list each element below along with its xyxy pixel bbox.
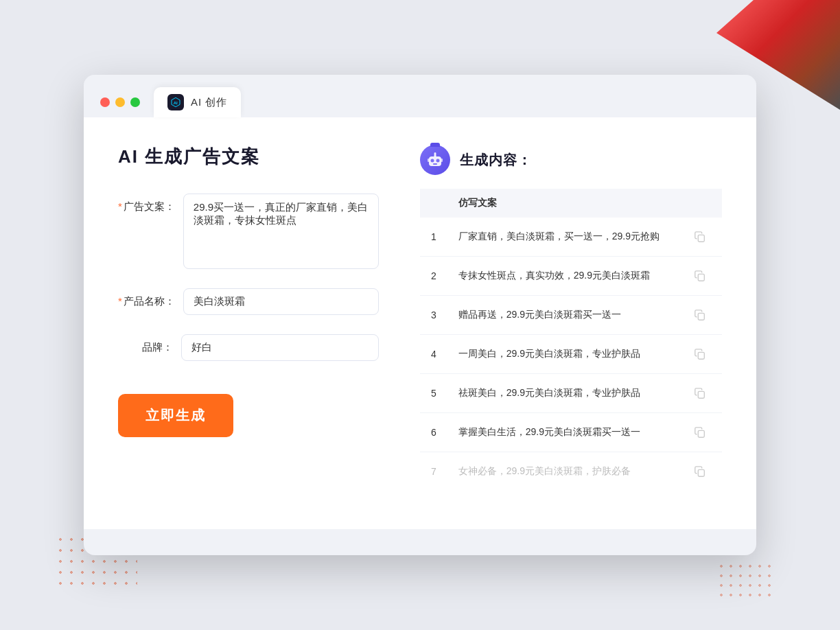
- brand-input[interactable]: [181, 334, 379, 361]
- title-bar: AI AI 创作: [84, 75, 756, 117]
- svg-rect-5: [433, 163, 437, 165]
- tab-title: AI 创作: [191, 96, 227, 109]
- svg-point-7: [434, 152, 436, 154]
- decorative-dots-right: [716, 561, 771, 603]
- copy-cell: [679, 452, 722, 491]
- maximize-button[interactable]: [130, 97, 140, 107]
- ad-copy-label-text: 广告文案：: [124, 200, 175, 212]
- browser-window: AI AI 创作 AI 生成广告文案 *广告文案： *产品名称：: [84, 75, 756, 555]
- col-num-header: [420, 189, 447, 218]
- copy-button[interactable]: [690, 345, 710, 364]
- svg-rect-9: [441, 159, 443, 162]
- row-number: 1: [420, 218, 447, 257]
- robot-icon: [420, 145, 450, 175]
- svg-rect-15: [698, 430, 704, 437]
- svg-rect-16: [698, 469, 704, 476]
- table-row: 7 女神必备，29.9元美白淡斑霜，护肤必备: [420, 452, 722, 491]
- product-name-group: *产品名称：: [118, 288, 379, 315]
- tab-icon: AI: [167, 94, 184, 110]
- copy-cell: [679, 374, 722, 413]
- table-row: 3 赠品再送，29.9元美白淡斑霜买一送一: [420, 296, 722, 335]
- row-number: 6: [420, 413, 447, 452]
- content-area: AI 生成广告文案 *广告文案： *产品名称： 品牌： 立: [84, 117, 756, 529]
- svg-point-4: [436, 159, 440, 163]
- svg-rect-10: [698, 235, 704, 242]
- brand-label: 品牌：: [118, 334, 173, 354]
- window-controls: [100, 97, 140, 107]
- row-text: 一周美白，29.9元美白淡斑霜，专业护肤品: [447, 335, 679, 374]
- copy-button[interactable]: [690, 384, 710, 403]
- svg-text:AI: AI: [174, 101, 178, 105]
- page-title: AI 生成广告文案: [118, 145, 379, 169]
- copy-cell: [679, 296, 722, 335]
- copy-cell: [679, 335, 722, 374]
- copy-cell: [679, 413, 722, 452]
- copy-button[interactable]: [690, 462, 710, 481]
- copy-button[interactable]: [690, 227, 710, 246]
- copy-button[interactable]: [690, 266, 710, 285]
- svg-point-3: [431, 159, 434, 163]
- result-table: 仿写文案 1 厂家直销，美白淡斑霜，买一送一，29.9元抢购 2 专抹女性斑点，…: [420, 189, 722, 491]
- row-text: 掌握美白生活，29.9元美白淡斑霜买一送一: [447, 413, 679, 452]
- table-header-row: 仿写文案: [420, 189, 722, 218]
- svg-rect-11: [698, 274, 704, 281]
- ad-copy-input[interactable]: [183, 194, 379, 269]
- svg-rect-14: [698, 391, 704, 398]
- copy-cell: [679, 257, 722, 296]
- product-name-label: *产品名称：: [118, 288, 175, 308]
- row-number: 4: [420, 335, 447, 374]
- row-number: 3: [420, 296, 447, 335]
- table-row: 6 掌握美白生活，29.9元美白淡斑霜买一送一: [420, 413, 722, 452]
- col-copy-header: [679, 189, 722, 218]
- brand-group: 品牌：: [118, 334, 379, 361]
- result-header: 生成内容：: [420, 145, 722, 175]
- close-button[interactable]: [100, 97, 110, 107]
- minimize-button[interactable]: [115, 97, 125, 107]
- copy-button[interactable]: [690, 305, 710, 325]
- svg-rect-8: [428, 159, 430, 162]
- row-number: 7: [420, 452, 447, 491]
- generate-button[interactable]: 立即生成: [118, 394, 233, 437]
- left-panel: AI 生成广告文案 *广告文案： *产品名称： 品牌： 立: [118, 145, 379, 495]
- table-row: 2 专抹女性斑点，真实功效，29.9元美白淡斑霜: [420, 257, 722, 296]
- row-number: 2: [420, 257, 447, 296]
- row-text: 厂家直销，美白淡斑霜，买一送一，29.9元抢购: [447, 218, 679, 257]
- result-title: 生成内容：: [460, 151, 532, 170]
- ad-copy-group: *广告文案：: [118, 194, 379, 269]
- table-row: 5 祛斑美白，29.9元美白淡斑霜，专业护肤品: [420, 374, 722, 413]
- product-name-input[interactable]: [183, 288, 379, 315]
- table-row: 4 一周美白，29.9元美白淡斑霜，专业护肤品: [420, 335, 722, 374]
- product-name-label-text: 产品名称：: [124, 295, 175, 307]
- required-star-2: *: [118, 295, 122, 307]
- ai-tab[interactable]: AI AI 创作: [154, 87, 241, 117]
- copy-button[interactable]: [690, 423, 710, 442]
- row-text: 专抹女性斑点，真实功效，29.9元美白淡斑霜: [447, 257, 679, 296]
- row-text: 女神必备，29.9元美白淡斑霜，护肤必备: [447, 452, 679, 491]
- ad-copy-label: *广告文案：: [118, 194, 175, 213]
- row-text: 祛斑美白，29.9元美白淡斑霜，专业护肤品: [447, 374, 679, 413]
- row-text: 赠品再送，29.9元美白淡斑霜买一送一: [447, 296, 679, 335]
- svg-rect-13: [698, 352, 704, 359]
- col-text-header: 仿写文案: [447, 189, 679, 218]
- svg-rect-12: [698, 313, 704, 320]
- row-number: 5: [420, 374, 447, 413]
- required-star-1: *: [118, 200, 122, 212]
- table-row: 1 厂家直销，美白淡斑霜，买一送一，29.9元抢购: [420, 218, 722, 257]
- copy-cell: [679, 218, 722, 257]
- right-panel: 生成内容： 仿写文案 1 厂家直销，美白淡斑霜，买一送一，29.9元抢购: [420, 145, 722, 495]
